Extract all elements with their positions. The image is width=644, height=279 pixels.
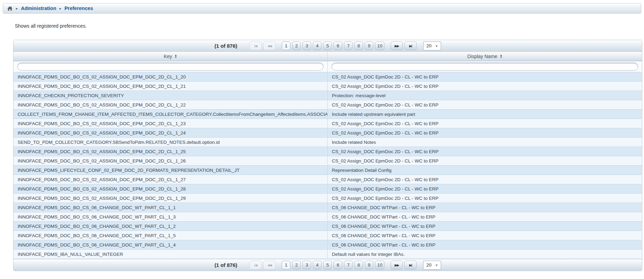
key-cell: INNOFACE_PDMS_DOC_BO_CS_02_ASSIGN_DOC_EP… xyxy=(13,82,328,91)
rows-per-page-select[interactable]: 20∨ xyxy=(423,41,441,50)
table-row[interactable]: INNOFACE_PDMS_DOC_BO_CS_02_ASSIGN_DOC_EP… xyxy=(13,147,642,156)
page-button-3[interactable]: 3 xyxy=(302,261,311,269)
display-name-cell: Include related Notes xyxy=(328,138,642,147)
paginator-nav-start-group: |◀◀◀ xyxy=(250,261,276,269)
page-button-7[interactable]: 7 xyxy=(344,41,353,50)
page-button-4[interactable]: 4 xyxy=(313,261,321,269)
page-button-8[interactable]: 8 xyxy=(354,41,363,50)
page-button-9[interactable]: 9 xyxy=(365,41,373,50)
page-button-2[interactable]: 2 xyxy=(292,41,301,50)
key-cell: INNOFACE_PDMS_DOC_BO_CS_02_ASSIGN_DOC_EP… xyxy=(13,156,328,165)
display-name-cell: CS_02 Assign_DOC EpmDoc 2D - CL - WC to … xyxy=(328,184,642,193)
key-cell: INNOFACE_PDMS_DOC_BO_CS_02_ASSIGN_DOC_EP… xyxy=(13,147,328,156)
display-name-cell: CS_02 Assign_DOC EpmDoc 2D - CL - WC to … xyxy=(328,194,642,203)
table-filter-row xyxy=(13,61,642,72)
page-button-6[interactable]: 6 xyxy=(334,41,342,50)
previous-page-button[interactable]: ◀◀ xyxy=(263,261,276,269)
key-cell: INNOFACE_PDMS_DOC_BO_CS_06_CHANGE_DOC_WT… xyxy=(13,212,328,221)
table-row[interactable]: INNOFACE_PDMS_DOC_BO_CS_02_ASSIGN_DOC_EP… xyxy=(13,184,642,194)
last-page-button[interactable]: ▶| xyxy=(404,41,417,50)
table-row[interactable]: INNOFACE_PDMS_DOC_BO_CS_06_CHANGE_DOC_WT… xyxy=(13,203,642,212)
column-header-key[interactable]: Key ▲ ▼ xyxy=(13,52,328,61)
table-row[interactable]: COLLECT_ITEMS_FROM_CHANGE_ITEM_AFFECTED_… xyxy=(13,110,642,119)
paginator-bottom: (1 of 876)|◀◀◀12345678910▶▶▶|20∨ xyxy=(13,259,642,271)
page-button-5[interactable]: 5 xyxy=(323,261,332,269)
key-cell: INNOFACE_PDMS_DOC_BO_CS_02_ASSIGN_DOC_EP… xyxy=(13,100,328,109)
page-button-3[interactable]: 3 xyxy=(302,41,311,50)
display-name-cell: CS_02 Assign_DOC EpmDoc 2D - CL - WC to … xyxy=(328,82,642,91)
table-body: INNOFACE_PDMS_DOC_BO_CS_02_ASSIGN_DOC_EP… xyxy=(13,72,642,259)
page-description: Shows all registered preferences. xyxy=(15,23,87,29)
display-name-cell: CS_02 Assign_DOC EpmDoc 2D - CL - WC to … xyxy=(328,72,642,81)
table-row[interactable]: INNOFACE_PDMS_DOC_BO_CS_02_ASSIGN_DOC_EP… xyxy=(13,119,642,128)
paginator-nav-end-group: ▶▶▶| xyxy=(391,41,417,50)
last-page-button[interactable]: ▶| xyxy=(404,261,417,269)
page-button-10[interactable]: 10 xyxy=(375,261,384,269)
table-row[interactable]: INNOFACE_PDMS_DOC_BO_CS_06_CHANGE_DOC_WT… xyxy=(13,212,642,222)
sort-icon[interactable]: ▲ ▼ xyxy=(500,54,502,58)
page-button-2[interactable]: 2 xyxy=(292,261,301,269)
key-cell: SEND_TO_PDM_COLLECTOR_CATEGORY.SBSendToP… xyxy=(13,138,328,147)
display-name-cell: CS_02 Assign_DOC EpmDoc 2D - CL - WC to … xyxy=(328,175,642,184)
key-cell: INNOFACE_PDMS_DOC_BO_CS_02_ASSIGN_DOC_EP… xyxy=(13,175,328,184)
table-row[interactable]: INNOFACE_PDMS_LIFECYCLE_CONF_02_EPM_DOC_… xyxy=(13,166,642,175)
page-button-10[interactable]: 10 xyxy=(375,41,384,50)
page-button-9[interactable]: 9 xyxy=(365,261,373,269)
key-cell: INNOFACE_PDMS_DOC_BO_CS_06_CHANGE_DOC_WT… xyxy=(13,203,328,212)
key-cell: INNOFACE_PDMS_DOC_BO_CS_06_CHANGE_DOC_WT… xyxy=(13,222,328,231)
paginator-current-label: (1 of 876) xyxy=(214,43,237,49)
page-button-5[interactable]: 5 xyxy=(323,41,332,50)
table-row[interactable]: INNOFACE_PDMS_DOC_BO_CS_02_ASSIGN_DOC_EP… xyxy=(13,128,642,138)
page-button-4[interactable]: 4 xyxy=(313,41,321,50)
display-name-cell: CS_02 Assign_DOC EpmDoc 2D - CL - WC to … xyxy=(328,156,642,165)
column-header-key-label: Key xyxy=(164,54,172,59)
display-name-filter-input[interactable] xyxy=(332,63,638,71)
key-cell: INNOFACE_PDMS_DOC_BO_CS_02_ASSIGN_DOC_EP… xyxy=(13,184,328,193)
table-row[interactable]: INNOFACE_PDMS_DOC_BO_CS_06_CHANGE_DOC_WT… xyxy=(13,222,642,231)
key-cell: INNOFACE_PDMS_DOC_BO_CS_02_ASSIGN_DOC_EP… xyxy=(13,194,328,203)
paginator-top: (1 of 876)|◀◀◀12345678910▶▶▶|20∨ xyxy=(13,40,642,52)
preferences-page: ▸ Administration ▸ Preferences Shows all… xyxy=(0,0,644,279)
page-button-1[interactable]: 1 xyxy=(282,41,290,50)
table-row[interactable]: INNOFACE_PDMS_DOC_BO_CS_02_ASSIGN_DOC_EP… xyxy=(13,156,642,166)
key-cell: INNOFACE_PDMS_DOC_BO_CS_06_CHANGE_DOC_WT… xyxy=(13,231,328,240)
table-row[interactable]: INNOFACE_PDMS_DOC_BO_CS_02_ASSIGN_DOC_EP… xyxy=(13,72,642,82)
table-row[interactable]: INNOFACE_CHECKIN_PROTECTION_SEVERITYProt… xyxy=(13,91,642,100)
page-button-6[interactable]: 6 xyxy=(334,261,342,269)
previous-page-button[interactable]: ◀◀ xyxy=(263,41,276,50)
first-page-button[interactable]: |◀ xyxy=(250,261,262,269)
display-name-cell: CS_02 Assign_DOC EpmDoc 2D - CL - WC to … xyxy=(328,119,642,128)
page-button-7[interactable]: 7 xyxy=(344,261,353,269)
next-page-button[interactable]: ▶▶ xyxy=(391,41,403,50)
table-row[interactable]: INNOFACE_PDMS_DOC_BO_CS_02_ASSIGN_DOC_EP… xyxy=(13,194,642,203)
first-page-button[interactable]: |◀ xyxy=(250,41,262,50)
table-row[interactable]: INNOFACE_PDMS_DOC_BO_CS_06_CHANGE_DOC_WT… xyxy=(13,240,642,250)
table-row[interactable]: INNOFACE_PDMS_DOC_BO_CS_06_CHANGE_DOC_WT… xyxy=(13,231,642,240)
table-row[interactable]: INNOFACE_PDMS_DOC_BO_CS_02_ASSIGN_DOC_EP… xyxy=(13,82,642,91)
table-row[interactable]: INNOFACE_PDMS_IBA_NULL_VALUE_INTEGERDefa… xyxy=(13,250,642,259)
home-icon[interactable] xyxy=(7,6,13,11)
page-button-1[interactable]: 1 xyxy=(282,261,290,269)
key-cell: INNOFACE_PDMS_DOC_BO_CS_06_CHANGE_DOC_WT… xyxy=(13,240,328,249)
display-name-cell: CS_06 CHANGE_DOC WTPart - CL - WC to ERP xyxy=(328,203,642,212)
table-row[interactable]: INNOFACE_PDMS_DOC_BO_CS_02_ASSIGN_DOC_EP… xyxy=(13,100,642,110)
chevron-right-icon: ▸ xyxy=(59,7,62,10)
key-cell: INNOFACE_PDMS_DOC_BO_CS_02_ASSIGN_DOC_EP… xyxy=(13,72,328,81)
column-header-display-name[interactable]: Display Name ▲ ▼ xyxy=(328,52,642,61)
preferences-table-panel: (1 of 876)|◀◀◀12345678910▶▶▶|20∨ Key ▲ ▼… xyxy=(13,40,642,271)
breadcrumb-link-administration[interactable]: Administration xyxy=(21,6,56,11)
key-cell: INNOFACE_PDMS_DOC_BO_CS_02_ASSIGN_DOC_EP… xyxy=(13,128,328,137)
key-filter-input[interactable] xyxy=(17,63,324,71)
display-name-cell: Protection: message-level xyxy=(328,91,642,100)
table-row[interactable]: INNOFACE_PDMS_DOC_BO_CS_02_ASSIGN_DOC_EP… xyxy=(13,175,642,184)
key-cell: INNOFACE_CHECKIN_PROTECTION_SEVERITY xyxy=(13,91,328,100)
rows-per-page-select[interactable]: 20∨ xyxy=(423,261,441,270)
breadcrumb-link-preferences[interactable]: Preferences xyxy=(64,6,93,11)
display-name-cell: Default null values for integer IBAs. xyxy=(328,250,642,259)
next-page-button[interactable]: ▶▶ xyxy=(391,261,403,269)
paginator-pages-group: 12345678910 xyxy=(282,41,384,50)
page-button-8[interactable]: 8 xyxy=(354,261,363,269)
table-row[interactable]: SEND_TO_PDM_COLLECTOR_CATEGORY.SBSendToP… xyxy=(13,138,642,147)
key-cell: INNOFACE_PDMS_IBA_NULL_VALUE_INTEGER xyxy=(13,250,328,259)
sort-icon[interactable]: ▲ ▼ xyxy=(175,54,177,58)
